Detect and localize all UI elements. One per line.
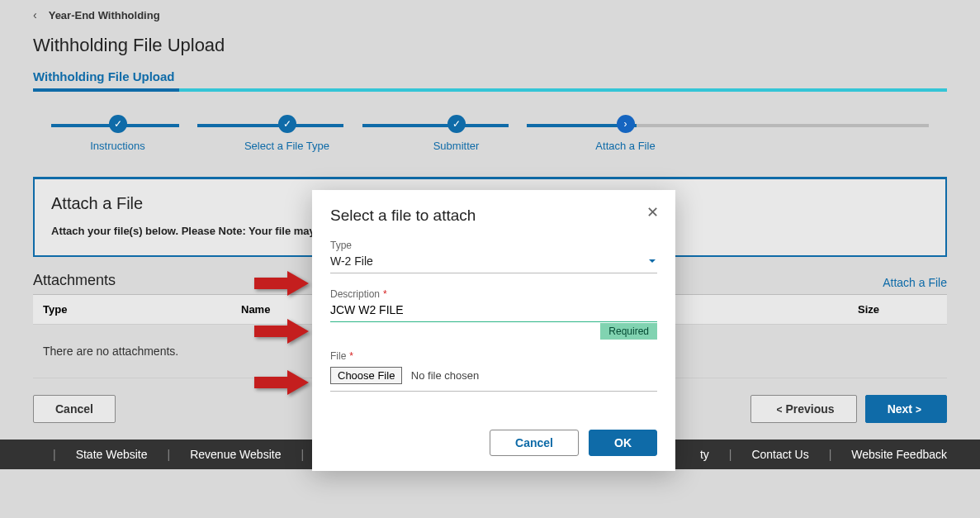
previous-label: Previous [785, 402, 834, 416]
modal-ok-button[interactable]: OK [589, 430, 657, 456]
type-select[interactable]: W-2 File [330, 251, 657, 273]
step-attach-file[interactable]: › Attach a File [541, 115, 710, 152]
close-icon[interactable]: ✕ [646, 203, 659, 221]
breadcrumb[interactable]: ‹ Year-End Withholding [0, 0, 980, 30]
field-description: Description* Required [330, 288, 657, 322]
modal-title: Select a file to attach [330, 207, 657, 225]
arrow-right-icon: › [617, 115, 635, 133]
step-instructions[interactable]: ✓ Instructions [33, 115, 202, 152]
col-type[interactable]: Type [33, 295, 231, 324]
field-label: Type [330, 240, 657, 251]
subtab-label[interactable]: Withholding File Upload [33, 69, 175, 88]
field-file: File* Choose File No file chosen [330, 350, 657, 392]
modal-cancel-button[interactable]: Cancel [490, 430, 579, 456]
page-title: Withholding File Upload [0, 30, 980, 69]
step-label: Attach a File [541, 140, 710, 152]
field-type: Type W-2 File [330, 240, 657, 273]
step-label: Select a File Type [202, 140, 372, 152]
chevron-right-icon: > [916, 404, 921, 416]
footer-link-state[interactable]: State Website [76, 448, 148, 461]
previous-button[interactable]: <Previous [750, 395, 856, 423]
arrow-callout-type [254, 271, 312, 296]
description-input-wrap: Required [330, 300, 657, 322]
step-select-file-type[interactable]: ✓ Select a File Type [202, 115, 372, 152]
col-size[interactable]: Size [848, 295, 947, 324]
check-icon: ✓ [278, 115, 296, 133]
description-input[interactable] [330, 303, 559, 316]
arrow-callout-description [254, 319, 312, 344]
next-label: Next [888, 402, 912, 416]
choose-file-button[interactable]: Choose File [330, 367, 402, 384]
footer-link-revenue[interactable]: Revenue Website [190, 448, 281, 461]
footer-link-partial[interactable]: ty [700, 448, 709, 461]
required-pill: Required [600, 323, 657, 340]
next-button[interactable]: Next> [865, 395, 947, 423]
attach-file-modal: Select a file to attach ✕ Type W-2 File … [312, 190, 675, 471]
footer-link-feedback[interactable]: Website Feedback [851, 448, 947, 461]
attach-file-link[interactable]: Attach a File [883, 276, 947, 289]
cancel-button[interactable]: Cancel [33, 395, 116, 423]
field-label: File* [330, 350, 657, 362]
breadcrumb-label[interactable]: Year-End Withholding [49, 9, 160, 21]
file-status: No file chosen [411, 369, 479, 382]
step-label: Submitter [372, 140, 541, 152]
step-submitter[interactable]: ✓ Submitter [372, 115, 541, 152]
field-label: Description* [330, 288, 657, 300]
step-label: Instructions [33, 140, 202, 152]
chevron-left-icon[interactable]: ‹ [33, 8, 37, 21]
footer-link-contact[interactable]: Contact Us [751, 448, 808, 461]
check-icon: ✓ [109, 115, 127, 133]
stepper: ✓ Instructions ✓ Select a File Type ✓ Su… [0, 92, 980, 160]
arrow-callout-file [254, 370, 312, 395]
check-icon: ✓ [447, 115, 466, 133]
chevron-left-icon: < [776, 404, 782, 416]
attachments-heading: Attachments [33, 272, 116, 289]
